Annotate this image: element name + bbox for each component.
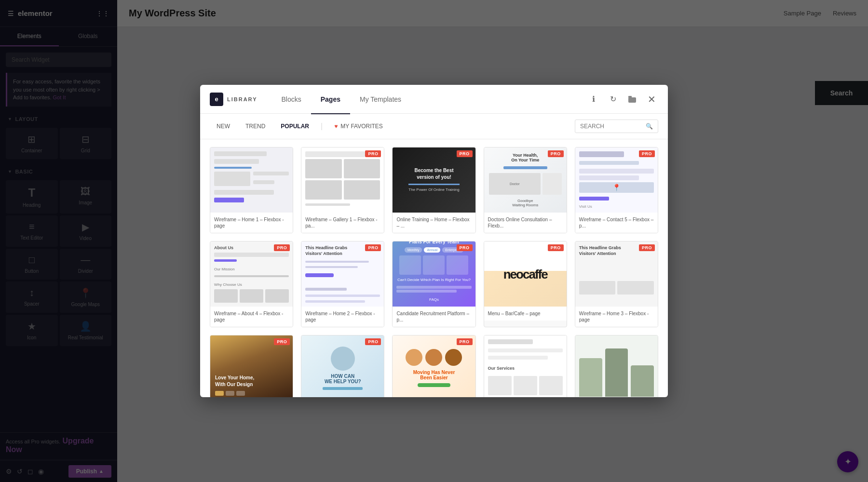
template-card-8[interactable]: PRO Plans For Every Team Monthly Annual … — [392, 241, 475, 327]
template-card-11[interactable]: PRO Love Your Home,With Our Design Inter… — [210, 335, 293, 397]
filter-divider: | — [321, 122, 323, 131]
template-thumb-8: PRO Plans For Every Team Monthly Annual … — [393, 241, 475, 307]
favorites-button[interactable]: ♥ MY FAVORITES — [327, 120, 390, 133]
favorites-label: MY FAVORITES — [340, 123, 383, 130]
pro-badge-10: PRO — [639, 244, 655, 251]
tab-blocks[interactable]: Blocks — [271, 85, 311, 114]
svg-rect-0 — [628, 97, 636, 103]
template-label-5: Wireframe – Contact 5 – Flexbox – p... — [575, 213, 658, 233]
template-label-4: Doctors Online Consultation – Flexb... — [484, 213, 567, 233]
filter-trend[interactable]: TREND — [239, 120, 272, 133]
filter-new[interactable]: NEW — [210, 120, 237, 133]
pro-badge-11: PRO — [274, 338, 290, 345]
modal-logo-icon: e — [210, 93, 223, 106]
pro-badge-8: PRO — [457, 244, 473, 251]
template-card-10[interactable]: PRO This Headline GrabsVisitors' Attenti… — [575, 241, 658, 327]
template-card-15[interactable]: People – page — [575, 335, 658, 397]
modal-logo-text: LIBRARY — [227, 96, 257, 102]
modal-header: e LIBRARY Blocks Pages My Templates ℹ ↻ … — [200, 85, 668, 114]
pro-badge-12: PRO — [365, 338, 381, 345]
template-label-10: Wireframe – Home 3 – Flexbox - page — [575, 307, 658, 327]
template-thumb-15 — [575, 335, 658, 397]
template-library-modal: e LIBRARY Blocks Pages My Templates ℹ ↻ … — [200, 85, 668, 397]
template-label-2: Wireframe – Gallery 1 – Flexbox - pa... — [301, 213, 384, 233]
pro-badge-13: PRO — [457, 338, 473, 345]
template-search-input[interactable] — [580, 123, 643, 130]
tab-pages[interactable]: Pages — [311, 85, 350, 114]
svg-rect-1 — [628, 96, 632, 98]
template-label-8: Candidate Recruitment Platform – p... — [393, 307, 475, 327]
pro-badge-5: PRO — [639, 150, 655, 157]
info-button[interactable]: ℹ — [587, 93, 600, 106]
pro-badge-7: PRO — [365, 244, 381, 251]
modal-logo: e LIBRARY — [210, 93, 257, 106]
templates-grid: Wireframe – Home 1 – Flexbox - page PRO — [210, 147, 658, 397]
template-thumb-6: PRO About Us Our Mission Why Choose Us — [210, 241, 293, 307]
template-card-2[interactable]: PRO Wireframe – Gallery 1 – Flexbox - pa… — [301, 147, 384, 233]
template-label-6: Wireframe – About 4 – Flexbox - page — [210, 307, 293, 327]
template-thumb-7: PRO This Headline GrabsVisitors' Attenti… — [301, 241, 384, 307]
template-card-12[interactable]: PRO HOW CANWE HELP YOU? Counselor – Home… — [301, 335, 384, 397]
pro-badge-4: PRO — [548, 150, 564, 157]
search-icon: 🔍 — [646, 123, 653, 130]
template-label-3: Online Training – Home – Flexbox – ... — [393, 213, 475, 233]
pro-badge-9: PRO — [548, 244, 564, 251]
modal-overlay: e LIBRARY Blocks Pages My Templates ℹ ↻ … — [0, 0, 868, 482]
tab-my-templates[interactable]: My Templates — [350, 85, 411, 114]
template-card-4[interactable]: PRO Your Health,On Your Time Doctor Good… — [484, 147, 567, 233]
template-label-9: Menu – Bar/Cafe – page — [484, 307, 567, 321]
modal-close-button[interactable]: ✕ — [645, 93, 658, 106]
template-label-7: Wireframe – Home 2 – Flexbox - page — [301, 307, 384, 327]
modal-filter-bar: NEW TREND POPULAR | ♥ MY FAVORITES 🔍 — [200, 114, 668, 139]
map-pin-icon: 📍 — [612, 184, 621, 191]
modal-content: Wireframe – Home 1 – Flexbox - page PRO — [200, 139, 668, 397]
template-thumb-10: PRO This Headline GrabsVisitors' Attenti… — [575, 241, 658, 307]
pro-badge-2: PRO — [365, 150, 381, 157]
template-card-14[interactable]: Our Services Our Services – page — [484, 335, 567, 397]
folder-button[interactable] — [625, 93, 639, 106]
template-thumb-4: PRO Your Health,On Your Time Doctor Good… — [484, 147, 567, 213]
template-thumb-2: PRO — [301, 147, 384, 213]
template-thumb-14: Our Services — [484, 335, 567, 397]
refresh-button[interactable]: ↻ — [606, 93, 620, 106]
modal-tabs: Blocks Pages My Templates — [271, 85, 587, 114]
template-card-9[interactable]: PRO neocaffe Menu – Bar/Cafe – page — [484, 241, 567, 327]
template-card-1[interactable]: Wireframe – Home 1 – Flexbox - page — [210, 147, 293, 233]
template-thumb-9: PRO neocaffe — [484, 241, 567, 307]
pro-badge-3: PRO — [457, 150, 473, 157]
template-card-7[interactable]: PRO This Headline GrabsVisitors' Attenti… — [301, 241, 384, 327]
template-thumb-12: PRO HOW CANWE HELP YOU? — [301, 335, 384, 397]
filter-popular[interactable]: POPULAR — [274, 120, 316, 133]
template-card-13[interactable]: PRO Moving Has NeverBeen Easier Moving –… — [392, 335, 475, 397]
template-card-5[interactable]: PRO 📍 Visit Us Wireframe – Cont — [575, 147, 658, 233]
template-thumb-11: PRO Love Your Home,With Our Design — [210, 335, 293, 397]
modal-header-actions: ℹ ↻ ✕ — [587, 93, 658, 106]
pro-badge-6: PRO — [274, 244, 290, 251]
template-card-6[interactable]: PRO About Us Our Mission Why Choose Us — [210, 241, 293, 327]
template-thumb-3: PRO Become the Bestversion of you! The P… — [393, 147, 475, 213]
template-card-3[interactable]: PRO Become the Bestversion of you! The P… — [392, 147, 475, 233]
template-label-1: Wireframe – Home 1 – Flexbox - page — [210, 213, 293, 233]
search-box: 🔍 — [575, 120, 658, 133]
template-thumb-13: PRO Moving Has NeverBeen Easier — [393, 335, 475, 397]
heart-icon: ♥ — [334, 123, 338, 130]
template-thumb-1 — [210, 147, 293, 213]
template-thumb-5: PRO 📍 Visit Us — [575, 147, 658, 213]
